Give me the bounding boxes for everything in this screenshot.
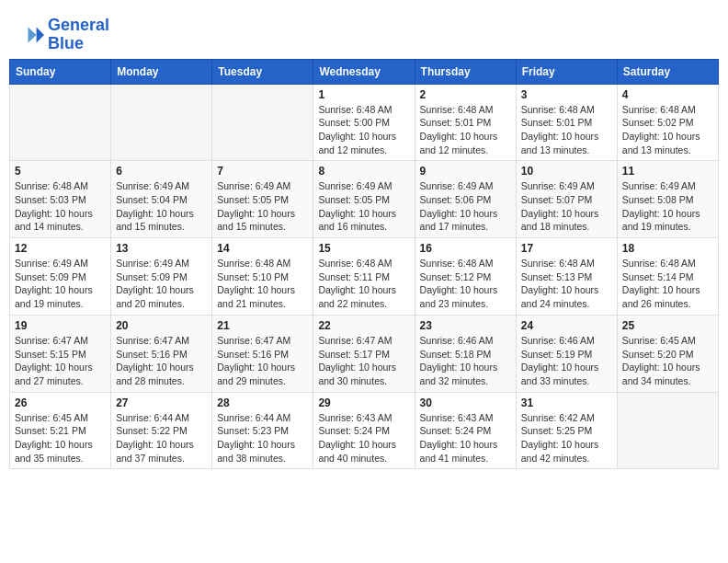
week-row-1: 1Sunrise: 6:48 AM Sunset: 5:00 PM Daylig… bbox=[10, 84, 719, 161]
calendar-cell: 9Sunrise: 6:49 AM Sunset: 5:06 PM Daylig… bbox=[415, 161, 516, 238]
day-info: Sunrise: 6:48 AM Sunset: 5:13 PM Dayligh… bbox=[521, 257, 612, 311]
day-info: Sunrise: 6:49 AM Sunset: 5:04 PM Dayligh… bbox=[116, 179, 207, 234]
calendar-cell: 28Sunrise: 6:44 AM Sunset: 5:23 PM Dayli… bbox=[212, 392, 313, 469]
calendar-cell: 7Sunrise: 6:49 AM Sunset: 5:05 PM Daylig… bbox=[212, 161, 313, 238]
calendar-day-header: Thursday bbox=[415, 59, 516, 84]
day-info: Sunrise: 6:45 AM Sunset: 5:20 PM Dayligh… bbox=[622, 334, 713, 388]
day-number: 18 bbox=[622, 242, 713, 255]
day-number: 4 bbox=[622, 88, 713, 101]
day-number: 15 bbox=[318, 242, 409, 255]
week-row-3: 12Sunrise: 6:49 AM Sunset: 5:09 PM Dayli… bbox=[10, 238, 719, 316]
calendar-day-header: Monday bbox=[111, 59, 212, 84]
day-number: 24 bbox=[521, 319, 612, 332]
calendar-cell: 31Sunrise: 6:42 AM Sunset: 5:25 PM Dayli… bbox=[516, 392, 617, 469]
day-info: Sunrise: 6:42 AM Sunset: 5:25 PM Dayligh… bbox=[521, 411, 612, 465]
calendar-day-header: Sunday bbox=[10, 59, 111, 84]
calendar-header-row: SundayMondayTuesdayWednesdayThursdayFrid… bbox=[10, 59, 719, 84]
day-info: Sunrise: 6:44 AM Sunset: 5:22 PM Dayligh… bbox=[116, 411, 207, 465]
day-number: 17 bbox=[521, 242, 612, 255]
day-number: 30 bbox=[420, 396, 511, 409]
calendar-cell: 1Sunrise: 6:48 AM Sunset: 5:00 PM Daylig… bbox=[313, 84, 415, 161]
day-number: 1 bbox=[318, 88, 409, 101]
page-header: General Blue bbox=[9, 9, 719, 59]
day-info: Sunrise: 6:43 AM Sunset: 5:24 PM Dayligh… bbox=[420, 411, 511, 465]
calendar-table: SundayMondayTuesdayWednesdayThursdayFrid… bbox=[9, 59, 719, 470]
calendar-cell bbox=[111, 84, 212, 161]
calendar-day-header: Wednesday bbox=[313, 59, 415, 84]
calendar-cell: 3Sunrise: 6:48 AM Sunset: 5:01 PM Daylig… bbox=[516, 84, 617, 161]
calendar-cell: 29Sunrise: 6:43 AM Sunset: 5:24 PM Dayli… bbox=[313, 392, 415, 469]
day-info: Sunrise: 6:47 AM Sunset: 5:16 PM Dayligh… bbox=[217, 334, 308, 388]
day-number: 19 bbox=[15, 319, 106, 332]
week-row-4: 19Sunrise: 6:47 AM Sunset: 5:15 PM Dayli… bbox=[10, 315, 719, 392]
calendar-cell: 25Sunrise: 6:45 AM Sunset: 5:20 PM Dayli… bbox=[617, 315, 718, 392]
day-number: 16 bbox=[420, 242, 511, 255]
day-info: Sunrise: 6:46 AM Sunset: 5:19 PM Dayligh… bbox=[521, 334, 612, 388]
calendar-cell: 23Sunrise: 6:46 AM Sunset: 5:18 PM Dayli… bbox=[415, 315, 516, 392]
day-number: 6 bbox=[116, 165, 207, 178]
day-info: Sunrise: 6:49 AM Sunset: 5:09 PM Dayligh… bbox=[15, 257, 106, 311]
calendar-cell bbox=[10, 84, 111, 161]
calendar-cell: 12Sunrise: 6:49 AM Sunset: 5:09 PM Dayli… bbox=[10, 238, 111, 316]
day-info: Sunrise: 6:48 AM Sunset: 5:02 PM Dayligh… bbox=[622, 103, 713, 157]
calendar-cell: 18Sunrise: 6:48 AM Sunset: 5:14 PM Dayli… bbox=[617, 238, 718, 316]
day-number: 21 bbox=[217, 319, 308, 332]
day-number: 25 bbox=[622, 319, 713, 332]
calendar-cell: 26Sunrise: 6:45 AM Sunset: 5:21 PM Dayli… bbox=[10, 392, 111, 469]
day-info: Sunrise: 6:49 AM Sunset: 5:06 PM Dayligh… bbox=[420, 179, 511, 234]
calendar-cell: 19Sunrise: 6:47 AM Sunset: 5:15 PM Dayli… bbox=[10, 315, 111, 392]
day-number: 10 bbox=[521, 165, 612, 178]
day-number: 14 bbox=[217, 242, 308, 255]
day-info: Sunrise: 6:46 AM Sunset: 5:18 PM Dayligh… bbox=[420, 334, 511, 388]
day-info: Sunrise: 6:48 AM Sunset: 5:01 PM Dayligh… bbox=[420, 103, 511, 157]
day-info: Sunrise: 6:49 AM Sunset: 5:05 PM Dayligh… bbox=[217, 179, 308, 234]
day-number: 7 bbox=[217, 165, 308, 178]
day-number: 26 bbox=[15, 396, 106, 409]
day-number: 9 bbox=[420, 165, 511, 178]
day-info: Sunrise: 6:49 AM Sunset: 5:05 PM Dayligh… bbox=[318, 179, 409, 234]
day-info: Sunrise: 6:47 AM Sunset: 5:17 PM Dayligh… bbox=[318, 334, 409, 388]
week-row-5: 26Sunrise: 6:45 AM Sunset: 5:21 PM Dayli… bbox=[10, 392, 719, 469]
calendar-cell: 24Sunrise: 6:46 AM Sunset: 5:19 PM Dayli… bbox=[516, 315, 617, 392]
day-info: Sunrise: 6:48 AM Sunset: 5:00 PM Dayligh… bbox=[318, 103, 409, 157]
day-number: 20 bbox=[116, 319, 207, 332]
calendar-day-header: Saturday bbox=[617, 59, 718, 84]
day-number: 29 bbox=[318, 396, 409, 409]
day-number: 22 bbox=[318, 319, 409, 332]
day-number: 2 bbox=[420, 88, 511, 101]
calendar-cell: 27Sunrise: 6:44 AM Sunset: 5:22 PM Dayli… bbox=[111, 392, 212, 469]
day-info: Sunrise: 6:48 AM Sunset: 5:10 PM Dayligh… bbox=[217, 257, 308, 311]
calendar-cell: 22Sunrise: 6:47 AM Sunset: 5:17 PM Dayli… bbox=[313, 315, 415, 392]
day-info: Sunrise: 6:48 AM Sunset: 5:11 PM Dayligh… bbox=[318, 257, 409, 311]
day-info: Sunrise: 6:48 AM Sunset: 5:01 PM Dayligh… bbox=[521, 103, 612, 157]
day-number: 28 bbox=[217, 396, 308, 409]
calendar-cell bbox=[617, 392, 718, 469]
day-number: 5 bbox=[15, 165, 106, 178]
calendar-cell: 10Sunrise: 6:49 AM Sunset: 5:07 PM Dayli… bbox=[516, 161, 617, 238]
calendar-cell: 30Sunrise: 6:43 AM Sunset: 5:24 PM Dayli… bbox=[415, 392, 516, 469]
day-info: Sunrise: 6:49 AM Sunset: 5:09 PM Dayligh… bbox=[116, 257, 207, 311]
day-info: Sunrise: 6:48 AM Sunset: 5:14 PM Dayligh… bbox=[622, 257, 713, 311]
calendar-cell: 14Sunrise: 6:48 AM Sunset: 5:10 PM Dayli… bbox=[212, 238, 313, 316]
calendar-cell: 15Sunrise: 6:48 AM Sunset: 5:11 PM Dayli… bbox=[313, 238, 415, 316]
day-info: Sunrise: 6:48 AM Sunset: 5:03 PM Dayligh… bbox=[15, 179, 106, 234]
calendar-cell: 16Sunrise: 6:48 AM Sunset: 5:12 PM Dayli… bbox=[415, 238, 516, 316]
logo-text: General Blue bbox=[48, 17, 109, 53]
day-number: 3 bbox=[521, 88, 612, 101]
calendar-cell: 2Sunrise: 6:48 AM Sunset: 5:01 PM Daylig… bbox=[415, 84, 516, 161]
calendar-body: 1Sunrise: 6:48 AM Sunset: 5:00 PM Daylig… bbox=[10, 84, 719, 469]
calendar-cell: 11Sunrise: 6:49 AM Sunset: 5:08 PM Dayli… bbox=[617, 161, 718, 238]
day-number: 31 bbox=[521, 396, 612, 409]
day-info: Sunrise: 6:48 AM Sunset: 5:12 PM Dayligh… bbox=[420, 257, 511, 311]
day-info: Sunrise: 6:45 AM Sunset: 5:21 PM Dayligh… bbox=[15, 411, 106, 465]
day-number: 13 bbox=[116, 242, 207, 255]
day-info: Sunrise: 6:47 AM Sunset: 5:16 PM Dayligh… bbox=[116, 334, 207, 388]
calendar-cell: 8Sunrise: 6:49 AM Sunset: 5:05 PM Daylig… bbox=[313, 161, 415, 238]
day-info: Sunrise: 6:43 AM Sunset: 5:24 PM Dayligh… bbox=[318, 411, 409, 465]
day-info: Sunrise: 6:47 AM Sunset: 5:15 PM Dayligh… bbox=[15, 334, 106, 388]
logo: General Blue bbox=[18, 17, 109, 53]
calendar-cell: 5Sunrise: 6:48 AM Sunset: 5:03 PM Daylig… bbox=[10, 161, 111, 238]
week-row-2: 5Sunrise: 6:48 AM Sunset: 5:03 PM Daylig… bbox=[10, 161, 719, 238]
day-number: 27 bbox=[116, 396, 207, 409]
calendar-cell: 21Sunrise: 6:47 AM Sunset: 5:16 PM Dayli… bbox=[212, 315, 313, 392]
